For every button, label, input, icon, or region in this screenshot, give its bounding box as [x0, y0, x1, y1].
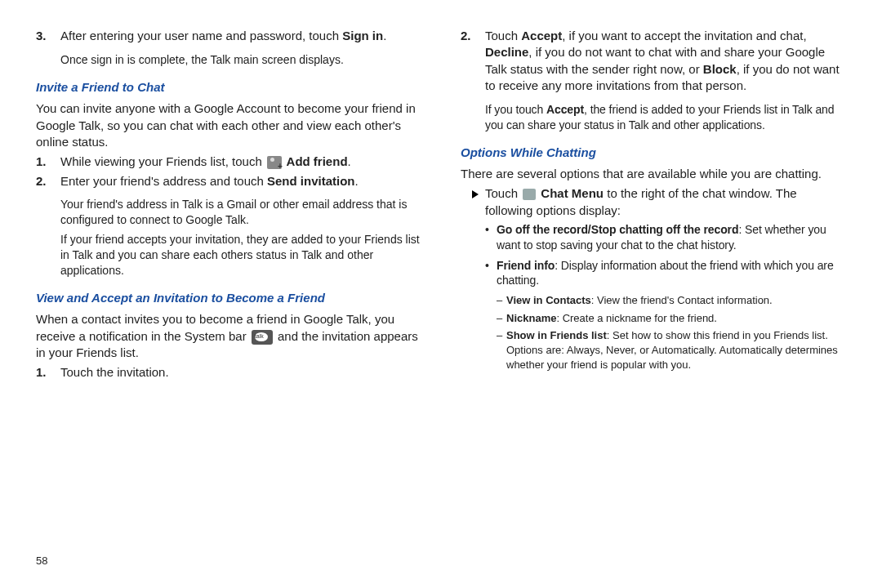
step-number: 1. [36, 154, 60, 170]
left-column: 3. After entering your user name and pas… [36, 24, 421, 572]
step-text: Enter your friend's address and touch Se… [60, 173, 421, 283]
view-step-2-note: If you touch Accept, the friend is added… [485, 102, 846, 133]
step-number: 3. [36, 28, 60, 73]
arrow-icon [472, 190, 479, 198]
heading-options: Options While Chatting [461, 145, 846, 161]
step-text: Touch Accept, if you want to accept the … [485, 28, 846, 138]
view-step-2: 2. Touch Accept, if you want to accept t… [461, 28, 846, 138]
option-go-off-record: • Go off the record/Stop chatting off th… [485, 222, 846, 253]
step-number: 1. [36, 364, 60, 381]
heading-invite: Invite a Friend to Chat [36, 79, 421, 96]
step-number: 2. [461, 28, 485, 138]
subopt-nickname: – Nickname: Create a nickname for the fr… [497, 311, 846, 326]
chat-menu-line: Touch Chat Menu to the right of the chat… [472, 185, 846, 219]
chat-menu-icon [523, 189, 536, 200]
view-intro: When a contact invites you to become a f… [36, 311, 421, 361]
option-friend-info: • Friend info: Display information about… [485, 258, 846, 289]
invite-step-1: 1. While viewing your Friends list, touc… [36, 154, 421, 170]
invite-step-2: 2. Enter your friend's address and touch… [36, 173, 421, 283]
signin-step-3: 3. After entering your user name and pas… [36, 28, 421, 73]
signin-note: Once sign in is complete, the Talk main … [60, 52, 421, 68]
view-step-1: 1. Touch the invitation. [36, 364, 421, 381]
dash: – [497, 293, 506, 308]
options-intro: There are several options that are avail… [461, 166, 846, 182]
invite-note-1: Your friend's address in Talk is a Gmail… [60, 197, 421, 228]
arrow-bullet [472, 185, 485, 219]
add-friend-icon [267, 156, 282, 169]
dash: – [497, 328, 506, 372]
talk-icon [252, 330, 273, 345]
invite-note-2: If your friend accepts your invitation, … [60, 232, 421, 278]
step-text: Touch the invitation. [60, 364, 421, 381]
bullet: • [485, 258, 497, 289]
subopt-view-contacts: – View in Contacts: View the friend's Co… [497, 293, 846, 308]
right-column: 2. Touch Accept, if you want to accept t… [461, 24, 846, 572]
heading-view-accept: View and Accept an Invitation to Become … [36, 290, 421, 306]
subopt-show-friends-list: – Show in Friends list: Set how to show … [497, 328, 846, 372]
step-number: 2. [36, 173, 60, 283]
step-text: While viewing your Friends list, touch A… [60, 154, 421, 170]
chat-menu-text: Touch Chat Menu to the right of the chat… [485, 185, 846, 219]
invite-intro: You can invite anyone with a Google Acco… [36, 100, 421, 150]
page-number: 58 [36, 554, 47, 568]
manual-page: 3. After entering your user name and pas… [0, 0, 882, 588]
step-text: After entering your user name and passwo… [60, 28, 421, 73]
dash: – [497, 311, 506, 326]
bullet: • [485, 222, 497, 253]
